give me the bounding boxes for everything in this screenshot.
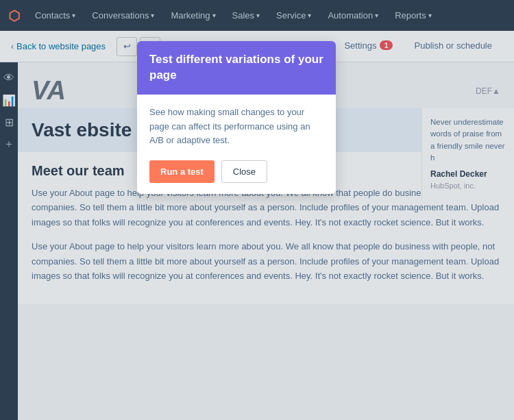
popup-run-test-button[interactable]: Run a test [149, 160, 215, 183]
popup-body: See how making small changes to your pag… [137, 95, 336, 194]
popup-description: See how making small changes to your pag… [149, 106, 323, 148]
popup-title: Test different variations of your page [149, 52, 323, 84]
popup-header: Test different variations of your page [137, 41, 336, 95]
popup-actions: Run a test Close [149, 160, 323, 183]
popup-close-button[interactable]: Close [221, 160, 267, 183]
popup-overlay[interactable]: Test different variations of your page S… [0, 0, 514, 420]
test-popup: Test different variations of your page S… [137, 41, 336, 194]
